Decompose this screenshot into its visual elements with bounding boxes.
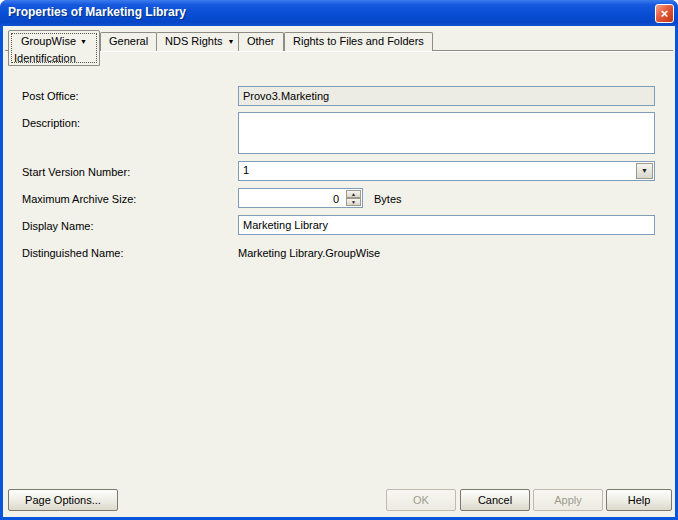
- start-version-dropdown-button[interactable]: ▼: [636, 163, 653, 179]
- description-field[interactable]: [238, 112, 655, 154]
- chevron-down-icon: ▼: [80, 38, 87, 45]
- arrow-up-icon: ▲: [351, 191, 356, 197]
- close-icon: ×: [661, 6, 669, 21]
- ok-button[interactable]: OK: [386, 489, 456, 511]
- tab-general-label: General: [109, 35, 148, 47]
- tab-other-label: Other: [247, 35, 275, 47]
- spinner-buttons: ▲ ▼: [346, 190, 361, 206]
- display-name-field[interactable]: [238, 215, 655, 235]
- tab-groupwise-label-row: GroupWise▼: [9, 31, 99, 52]
- tab-general[interactable]: General: [100, 32, 157, 51]
- chevron-down-icon: ▼: [227, 38, 234, 45]
- page-options-button[interactable]: Page Options...: [8, 489, 118, 511]
- tab-groupwise-current-page: Identification: [9, 52, 99, 65]
- arrow-down-icon: ▼: [351, 199, 356, 205]
- display-name-label: Display Name:: [22, 220, 94, 232]
- start-version-number-combobox[interactable]: 1 ▼: [238, 161, 655, 181]
- tab-other[interactable]: Other: [238, 32, 284, 51]
- cancel-button[interactable]: Cancel: [460, 489, 530, 511]
- distinguished-name-value: Marketing Library.GroupWise: [238, 247, 380, 259]
- tab-groupwise[interactable]: GroupWise▼ Identification: [8, 30, 100, 66]
- help-button[interactable]: Help: [606, 489, 672, 511]
- spinner-down-button[interactable]: ▼: [346, 198, 361, 206]
- bytes-unit-label: Bytes: [374, 193, 402, 205]
- properties-dialog: Properties of Marketing Library × GroupW…: [0, 0, 678, 520]
- spinner-up-button[interactable]: ▲: [346, 190, 361, 198]
- dialog-body: GroupWise▼ Identification General NDS Ri…: [3, 26, 675, 517]
- apply-button[interactable]: Apply: [533, 489, 603, 511]
- tab-rights-to-files-and-folders[interactable]: Rights to Files and Folders: [284, 32, 433, 51]
- maximum-archive-size-label: Maximum Archive Size:: [22, 193, 136, 205]
- maximum-archive-size-spinner[interactable]: ▲ ▼: [238, 188, 363, 208]
- start-version-number-value: 1: [243, 164, 249, 176]
- chevron-down-icon: ▼: [641, 167, 648, 174]
- window-title: Properties of Marketing Library: [8, 5, 186, 19]
- start-version-number-label: Start Version Number:: [22, 166, 130, 178]
- distinguished-name-label: Distinguished Name:: [22, 247, 124, 259]
- close-button[interactable]: ×: [655, 4, 674, 23]
- maximum-archive-size-field[interactable]: [239, 189, 343, 207]
- post-office-field[interactable]: [238, 86, 655, 106]
- tab-nds-rights-label: NDS Rights: [165, 35, 222, 47]
- post-office-label: Post Office:: [22, 90, 79, 102]
- tab-nds-rights[interactable]: NDS Rights▼: [156, 32, 243, 51]
- tab-groupwise-label: GroupWise: [21, 35, 76, 47]
- description-label: Description:: [22, 117, 80, 129]
- tab-rights-to-files-and-folders-label: Rights to Files and Folders: [293, 35, 424, 47]
- titlebar[interactable]: Properties of Marketing Library ×: [0, 0, 678, 26]
